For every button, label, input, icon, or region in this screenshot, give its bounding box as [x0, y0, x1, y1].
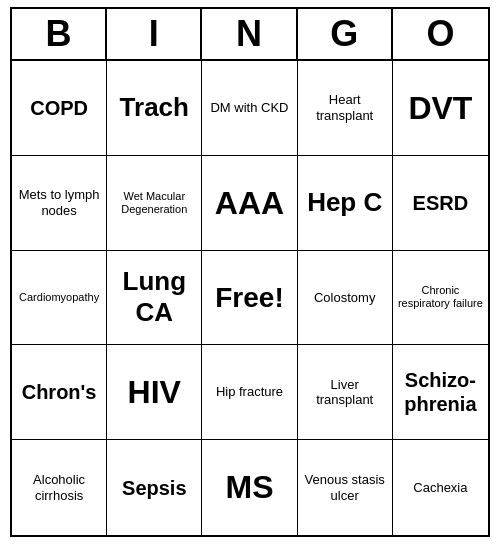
header-letter: B — [12, 9, 107, 59]
bingo-cell[interactable]: Free! — [202, 251, 297, 346]
bingo-cell[interactable]: Sepsis — [107, 440, 202, 535]
header-letter: N — [202, 9, 297, 59]
bingo-cell[interactable]: DVT — [393, 61, 488, 156]
bingo-cell[interactable]: DM with CKD — [202, 61, 297, 156]
bingo-cell[interactable]: Chronic respiratory failure — [393, 251, 488, 346]
bingo-cell[interactable]: Heart transplant — [298, 61, 393, 156]
bingo-card: BINGO COPDTrachDM with CKDHeart transpla… — [10, 7, 490, 537]
bingo-cell[interactable]: Hip fracture — [202, 345, 297, 440]
header-letter: I — [107, 9, 202, 59]
bingo-grid: COPDTrachDM with CKDHeart transplantDVTM… — [12, 61, 488, 535]
bingo-cell[interactable]: Cachexia — [393, 440, 488, 535]
bingo-cell[interactable]: Schizo-phrenia — [393, 345, 488, 440]
bingo-cell[interactable]: Trach — [107, 61, 202, 156]
bingo-header: BINGO — [12, 9, 488, 61]
bingo-cell[interactable]: Wet Macular Degeneration — [107, 156, 202, 251]
bingo-cell[interactable]: Lung CA — [107, 251, 202, 346]
bingo-cell[interactable]: AAA — [202, 156, 297, 251]
bingo-cell[interactable]: Mets to lymph nodes — [12, 156, 107, 251]
bingo-cell[interactable]: Hep C — [298, 156, 393, 251]
bingo-cell[interactable]: Chron's — [12, 345, 107, 440]
bingo-cell[interactable]: COPD — [12, 61, 107, 156]
bingo-cell[interactable]: Liver transplant — [298, 345, 393, 440]
bingo-cell[interactable]: Colostomy — [298, 251, 393, 346]
bingo-cell[interactable]: MS — [202, 440, 297, 535]
bingo-cell[interactable]: Alcoholic cirrhosis — [12, 440, 107, 535]
bingo-cell[interactable]: Venous stasis ulcer — [298, 440, 393, 535]
header-letter: O — [393, 9, 488, 59]
bingo-cell[interactable]: HIV — [107, 345, 202, 440]
bingo-cell[interactable]: Cardiomyopathy — [12, 251, 107, 346]
bingo-cell[interactable]: ESRD — [393, 156, 488, 251]
header-letter: G — [298, 9, 393, 59]
